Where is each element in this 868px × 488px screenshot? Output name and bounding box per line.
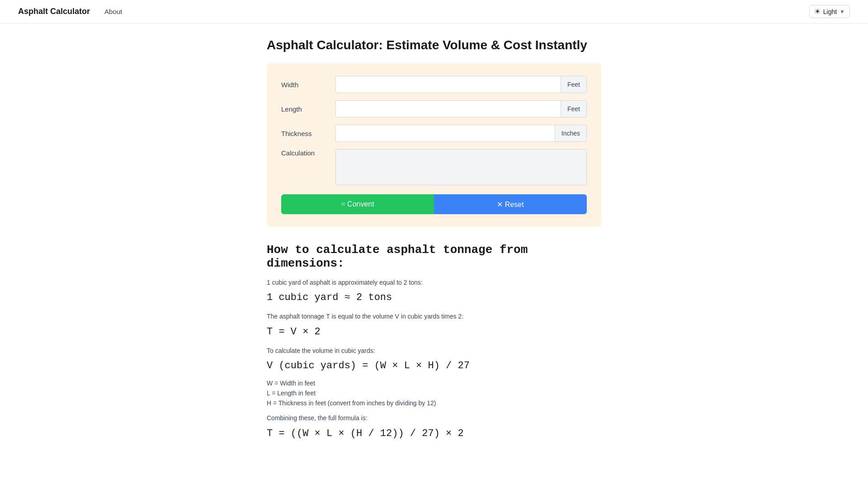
length-unit: Feet xyxy=(561,100,587,117)
formula4: T = ((W × L × (H / 12)) / 27) × 2 xyxy=(267,428,601,439)
navbar-about-link[interactable]: About xyxy=(104,8,122,15)
info-section: How to calculate asphalt tonnage from di… xyxy=(267,243,601,465)
theme-selector[interactable]: ☀ Light ▼ xyxy=(809,5,850,18)
combining-text: Combining these, the full formula is: xyxy=(267,413,601,423)
sun-icon: ☀ xyxy=(814,7,821,16)
width-input-group: Feet xyxy=(335,76,587,93)
width-row: Width Feet xyxy=(281,76,587,93)
width-input[interactable] xyxy=(335,76,561,93)
chevron-down-icon: ▼ xyxy=(840,9,845,15)
formula1-desc: The asphalt tonnage T is equal to the vo… xyxy=(267,311,601,321)
button-row: = Convent ✕ Reset xyxy=(281,194,587,214)
var-l: L = Length in feet xyxy=(267,389,601,397)
width-label: Width xyxy=(281,81,335,89)
var-w: W = Width in feet xyxy=(267,380,601,387)
formula2: T = V × 2 xyxy=(267,326,601,338)
thickness-unit: Inches xyxy=(555,125,587,142)
convert-button[interactable]: = Convent xyxy=(281,194,434,214)
info-section-title: How to calculate asphalt tonnage from di… xyxy=(267,243,601,270)
thickness-row: Thickness Inches xyxy=(281,125,587,142)
calculation-label: Calculation xyxy=(281,149,335,157)
calculation-row: Calculation xyxy=(281,149,587,185)
width-unit: Feet xyxy=(561,76,587,93)
page-title: Asphalt Calculator: Estimate Volume & Co… xyxy=(267,38,601,52)
length-row: Length Feet xyxy=(281,100,587,117)
reset-button[interactable]: ✕ Reset xyxy=(434,194,587,214)
formula1: 1 cubic yard ≈ 2 tons xyxy=(267,292,601,303)
main-content: Asphalt Calculator: Estimate Volume & Co… xyxy=(258,23,610,480)
navbar-brand: Asphalt Calculator xyxy=(18,7,90,16)
theme-label: Light xyxy=(823,8,837,15)
thickness-input-group: Inches xyxy=(335,125,587,142)
thickness-label: Thickness xyxy=(281,130,335,137)
length-label: Length xyxy=(281,105,335,113)
thickness-input[interactable] xyxy=(335,125,555,142)
navbar: Asphalt Calculator About ☀ Light ▼ xyxy=(0,0,868,23)
formula3: V (cubic yards) = (W × L × H) / 27 xyxy=(267,360,601,371)
calculator-card: Width Feet Length Feet Thickness Inches … xyxy=(267,63,601,227)
length-input-group: Feet xyxy=(335,100,587,117)
navbar-right: ☀ Light ▼ xyxy=(809,5,850,18)
calculation-output[interactable] xyxy=(335,149,587,185)
info-intro-text: 1 cubic yard of asphalt is approximately… xyxy=(267,277,601,287)
length-input[interactable] xyxy=(335,100,561,117)
formula2-desc: To calculate the volume in cubic yards: xyxy=(267,346,601,356)
var-h: H = Thickness in feet (convert from inch… xyxy=(267,399,601,407)
